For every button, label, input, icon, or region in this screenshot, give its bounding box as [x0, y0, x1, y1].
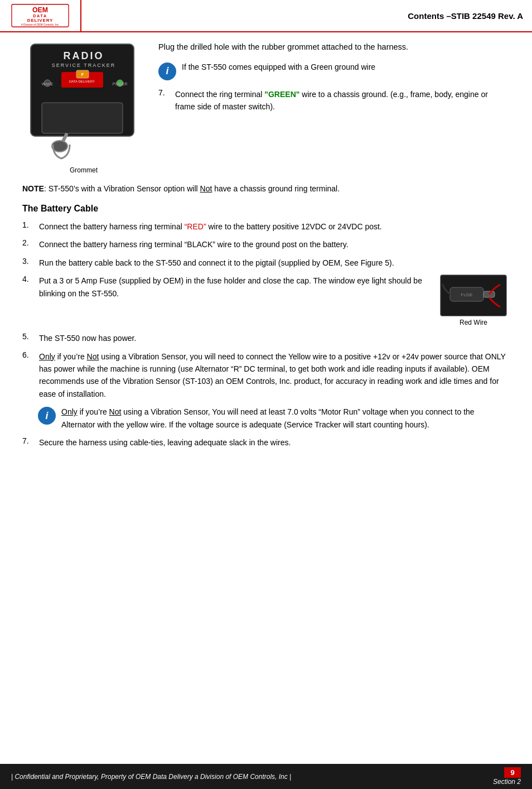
note-underline: Not [200, 184, 212, 193]
page: OEM DATA DELIVERY A Division of OEM Cont… [0, 0, 532, 789]
item-5-num: 5. [22, 332, 35, 341]
red-wire-svg: FUSE [442, 276, 506, 315]
svg-text:A Division of OEM Controls, In: A Division of OEM Controls, Inc. [21, 23, 60, 26]
item-4-text: Put a 3 or 5 Amp Fuse (supplied by OEM) … [39, 275, 432, 300]
device-image-area: RADIO SERVICE TRACKER OEM DATA DELIVERY … [22, 41, 145, 174]
item-6-text-2: using a Vibration Sensor, you will need … [39, 352, 506, 398]
svg-text:DATA DELIVERY: DATA DELIVERY [69, 80, 95, 83]
note-bold: NOTE [22, 184, 44, 193]
top-section: RADIO SERVICE TRACKER OEM DATA DELIVERY … [22, 41, 510, 174]
footer: | Confidential and Proprietary, Property… [0, 764, 532, 789]
svg-rect-17 [42, 103, 123, 133]
grommet-label: Grommet [70, 166, 98, 174]
item-7-num: 7. [22, 436, 35, 445]
item-7-text: Secure the harness using cable-ties, lea… [39, 436, 510, 449]
item-1-red: “RED” [185, 222, 206, 231]
note-text-2: have a chassis ground ring terminal. [212, 184, 340, 193]
item-6-only: Only [39, 352, 55, 361]
plug-text: Plug the drilled hole with the rubber gr… [158, 41, 510, 54]
svg-text:DELIVERY: DELIVERY [27, 18, 53, 23]
footer-text: | Confidential and Proprietary, Property… [11, 773, 291, 781]
info-row-green-wire: i If the ST-550 comes equipped with a Gr… [158, 61, 510, 80]
header-title: Contents –STIB 22549 Rev. A [81, 0, 532, 31]
main-content: RADIO SERVICE TRACKER OEM DATA DELIVERY … [0, 41, 532, 477]
note-text-1: : ST-550’s with a Vibration Sensor optio… [44, 184, 200, 193]
item-1-text-1: Connect the battery harness ring termina… [39, 222, 185, 231]
battery-section-heading: The Battery Cable [22, 204, 510, 214]
svg-text:FUSE: FUSE [461, 292, 472, 297]
list-item: 7. Secure the harness using cable-ties, … [22, 436, 510, 449]
info-block-item6: i Only if you’re Not using a Vibration S… [38, 406, 510, 431]
svg-text:DATA: DATA [33, 14, 47, 18]
svg-text:F: F [81, 72, 84, 77]
list-item: 6. Only if you’re Not using a Vibration … [22, 350, 510, 401]
only-text2: using a Vibration Sensor, You will need … [61, 407, 475, 429]
item-4-num: 4. [22, 275, 35, 283]
footer-section: Section 2 [493, 778, 521, 786]
note-block: NOTE: ST-550’s with a Vibration Sensor o… [22, 183, 510, 195]
not-label: Not [109, 407, 122, 416]
info-icon-1: i [158, 62, 176, 80]
svg-rect-22 [483, 291, 495, 297]
battery-list: 1. Connect the battery harness ring term… [22, 220, 510, 400]
info-text-green: If the ST-550 comes equipped with a Gree… [182, 61, 375, 73]
footer-right: 9 Section 2 [493, 767, 521, 786]
item-4-row: Put a 3 or 5 Amp Fuse (supplied by OEM) … [39, 275, 510, 326]
footer-page: 9 [504, 767, 521, 778]
list-item: 4. Put a 3 or 5 Amp Fuse (supplied by OE… [22, 275, 510, 326]
list-item: 3. Run the battery cable back to the ST-… [22, 257, 510, 269]
item-2-num: 2. [22, 238, 35, 247]
info-block-6-text: Only if you’re Not using a Vibration Sen… [61, 406, 510, 431]
info-icon-2-label: i [45, 410, 48, 422]
red-wire-label: Red Wire [460, 319, 487, 326]
item-2-text: Connect the battery harness ring termina… [39, 238, 510, 251]
item-6-text-1: if you’re [55, 352, 87, 361]
item-6-not: Not [87, 352, 99, 361]
info-icon-2: i [38, 407, 56, 425]
item-3-num: 3. [22, 257, 35, 266]
logo-box: OEM DATA DELIVERY A Division of OEM Cont… [7, 3, 74, 28]
step-7-text: Connect the ring terminal "GREEN" wire t… [175, 88, 510, 113]
item-5-text: The ST-550 now has power. [39, 332, 510, 344]
device-svg: RADIO SERVICE TRACKER OEM DATA DELIVERY … [25, 41, 142, 164]
item-1-text: Connect the battery harness ring termina… [39, 220, 510, 233]
svg-text:RADIO: RADIO [64, 50, 104, 61]
item-1-text-2: wire to the battery positive 12VDC or 24… [206, 222, 382, 231]
only-label: Only [61, 407, 78, 416]
svg-text:WAKE: WAKE [42, 82, 54, 86]
step-7-grommet: 7. Connect the ring terminal "GREEN" wir… [158, 88, 510, 113]
only-text: if you’re [78, 407, 109, 416]
top-right-content: Plug the drilled hole with the rubber gr… [158, 41, 510, 174]
battery-list-2: 7. Secure the harness using cable-ties, … [22, 436, 510, 449]
list-item: 2. Connect the battery harness ring term… [22, 238, 510, 251]
title-text: Contents –STIB 22549 Rev. A [408, 11, 523, 21]
item-6-num: 6. [22, 350, 35, 359]
svg-text:OEM: OEM [32, 6, 48, 14]
svg-text:SERVICE TRACKER: SERVICE TRACKER [52, 62, 116, 68]
item-3-text: Run the battery cable back to the ST-550… [39, 257, 510, 269]
svg-text:POWER: POWER [113, 82, 127, 86]
step-7-green: "GREEN" [264, 90, 299, 99]
red-wire-image-box: FUSE Red Wire [437, 275, 510, 326]
header: OEM DATA DELIVERY A Division of OEM Cont… [0, 0, 532, 32]
red-wire-image: FUSE [440, 275, 507, 316]
step-7-num: 7. [158, 88, 171, 97]
logo-svg: OEM DATA DELIVERY A Division of OEM Cont… [7, 3, 74, 28]
step-7-text-1: Connect the ring terminal [175, 90, 264, 99]
list-item: 1. Connect the battery harness ring term… [22, 220, 510, 233]
list-item: 5. The ST-550 now has power. [22, 332, 510, 344]
item-6-text: Only if you’re Not using a Vibration Sen… [39, 350, 510, 401]
item-1-num: 1. [22, 220, 35, 229]
logo-area: OEM DATA DELIVERY A Division of OEM Cont… [0, 0, 81, 31]
